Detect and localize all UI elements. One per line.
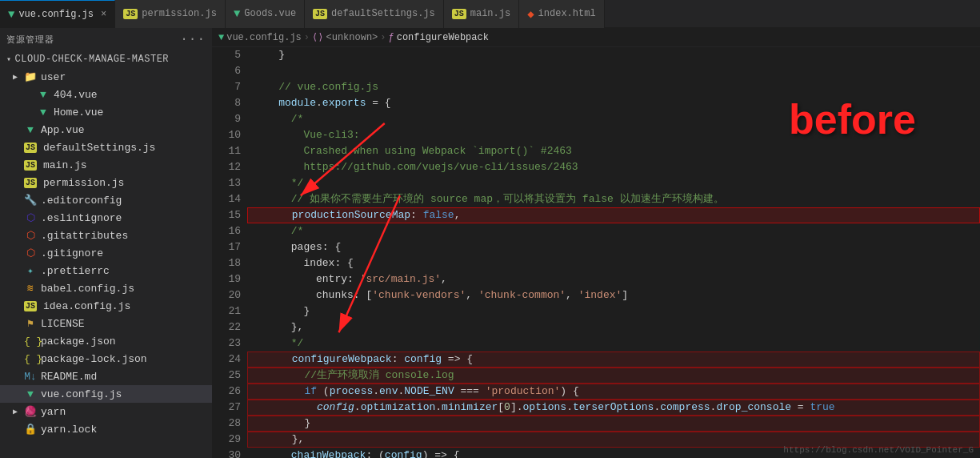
- vue-file-icon: ▼: [37, 89, 50, 101]
- tab-label: Goods.vue: [244, 8, 296, 19]
- vue-icon: ▼: [8, 8, 14, 21]
- sidebar-item-prettierrc[interactable]: ✦ .prettierrc: [0, 262, 212, 279]
- sidebar-item-main[interactable]: JS main.js: [0, 156, 212, 174]
- sidebar-item-label: 404.vue: [54, 89, 212, 101]
- sidebar-item-vueconfig[interactable]: ▼ vue.config.js: [0, 385, 212, 403]
- code-editor[interactable]: 5 6 7 8 9 10 11 12 13 14 15 16 17 18 19 …: [212, 47, 980, 458]
- sidebar-item-babel[interactable]: ≋ babel.config.js: [0, 279, 212, 297]
- tab-goods[interactable]: ▼ Goods.vue: [226, 0, 305, 28]
- tab-defaultsettings[interactable]: JS defaultSettings.js: [305, 0, 444, 28]
- babel-file-icon: ≋: [24, 282, 37, 295]
- js-icon: JS: [313, 9, 327, 19]
- folder-icon: 📁: [24, 70, 37, 83]
- sidebar-more-button[interactable]: ···: [180, 32, 206, 46]
- sidebar-item-readme[interactable]: M↓ README.md: [0, 368, 212, 385]
- sidebar-item-label: .editorconfig: [41, 195, 212, 207]
- editor-area: ▼ vue.config.js › ⟨⟩ <unknown> › ƒ confi…: [212, 28, 980, 458]
- sidebar-item-package[interactable]: { } package.json: [0, 332, 212, 350]
- breadcrumb: ▼ vue.config.js › ⟨⟩ <unknown> › ƒ confi…: [212, 28, 980, 47]
- sidebar-item-yarn-folder[interactable]: ▶ 🧶 yarn: [0, 403, 212, 420]
- code-content[interactable]: } // vue.config.js module.exports = { /*…: [247, 47, 980, 458]
- vue-file-icon: ▼: [37, 106, 50, 119]
- sidebar-item-yarnlock[interactable]: 🔒 yarn.lock: [0, 420, 212, 438]
- json-file-icon: { }: [24, 335, 37, 348]
- sidebar-item-label: App.vue: [41, 124, 212, 136]
- tab-permission[interactable]: JS permission.js: [115, 0, 226, 28]
- breadcrumb-func-icon: ƒ: [389, 32, 394, 43]
- sidebar-item-label: .prettierrc: [41, 265, 212, 277]
- root-label: CLOUD-CHECK-MANAGE-MASTER: [15, 54, 170, 65]
- license-file-icon: ⚑: [24, 317, 37, 330]
- lock-file-icon: 🔒: [24, 423, 37, 436]
- js-file-icon: JS: [24, 301, 37, 311]
- json-file-icon: { }: [24, 353, 37, 365]
- vue-file-icon: ▼: [24, 124, 37, 136]
- sidebar-item-idea[interactable]: JS idea.config.js: [0, 297, 212, 315]
- sidebar-item-gitignore[interactable]: ⬡ .gitignore: [0, 244, 212, 262]
- tab-index[interactable]: ◆ index.html: [519, 0, 604, 28]
- chevron-right-icon: ▶: [13, 72, 24, 82]
- sidebar-item-editorconfig[interactable]: 🔧 .editorconfig: [0, 191, 212, 209]
- sidebar-item-app[interactable]: ▼ App.vue: [0, 121, 212, 139]
- sidebar-root[interactable]: ▾ CLOUD-CHECK-MANAGE-MASTER: [0, 50, 212, 68]
- sidebar-item-label: .gitattributes: [41, 230, 212, 242]
- js-file-icon: JS: [24, 143, 37, 153]
- code-line-25: //生产环境取消 console.log: [247, 368, 980, 384]
- sidebar-item-packagelock[interactable]: { } package-lock.json: [0, 350, 212, 368]
- code-line-24: configureWebpack: config => {: [247, 352, 980, 368]
- code-line-20: chunks: ['chunk-vendors', 'chunk-common'…: [247, 287, 980, 303]
- sidebar-item-404[interactable]: ▼ 404.vue: [0, 86, 212, 103]
- sidebar-item-eslintignore[interactable]: ⬡ .eslintignore: [0, 209, 212, 227]
- code-line-5: }: [247, 47, 980, 63]
- sidebar-item-gitattributes[interactable]: ⬡ .gitattributes: [0, 227, 212, 244]
- breadcrumb-separator: ›: [380, 32, 386, 43]
- code-line-12: https://github.com/vuejs/vue-cli/issues/…: [247, 159, 980, 175]
- vue-file-icon: ▼: [24, 388, 37, 400]
- breadcrumb-separator: ›: [304, 32, 310, 43]
- sidebar-item-label: defaultSettings.js: [43, 142, 212, 154]
- eslint-file-icon: ⬡: [24, 211, 37, 224]
- js-file-icon: JS: [24, 160, 37, 171]
- code-line-14: // 如果你不需要生产环境的 source map，可以将其设置为 false …: [247, 191, 980, 207]
- code-line-29: },: [247, 432, 980, 448]
- tab-label: main.js: [470, 8, 510, 19]
- code-line-26: if (process.env.NODE_ENV === 'production…: [247, 384, 980, 400]
- code-line-9: /*: [247, 111, 980, 127]
- sidebar-item-label: vue.config.js: [41, 388, 212, 400]
- sidebar-item-label: LICENSE: [41, 318, 212, 330]
- sidebar-item-home[interactable]: ▼ Home.vue: [0, 103, 212, 121]
- sidebar-item-user[interactable]: ▶ 📁 user: [0, 68, 212, 86]
- sidebar-item-defaultsettings[interactable]: JS defaultSettings.js: [0, 139, 212, 156]
- git-file-icon: ⬡: [24, 247, 37, 259]
- sidebar-item-permission[interactable]: JS permission.js: [0, 174, 212, 191]
- code-line-21: }: [247, 303, 980, 319]
- code-line-15: productionSourceMap: false,: [247, 207, 980, 223]
- chevron-down-icon: ▾: [6, 54, 12, 64]
- sidebar-item-label: package-lock.json: [41, 353, 212, 365]
- code-line-11: Crashed when using Webpack `import()` #2…: [247, 143, 980, 159]
- sidebar-file-tree: ▾ CLOUD-CHECK-MANAGE-MASTER ▶ 📁 user ▼ 4…: [0, 50, 212, 458]
- code-line-6: [247, 63, 980, 79]
- sidebar-item-label: babel.config.js: [41, 283, 212, 295]
- breadcrumb-unknown-icon: ⟨⟩: [312, 31, 323, 43]
- sidebar-item-label: idea.config.js: [43, 300, 212, 312]
- chevron-right-icon: ▶: [13, 407, 24, 416]
- code-line-30: chainWebpack: (config) => {: [247, 448, 980, 458]
- vue-breadcrumb-icon: ▼: [218, 32, 224, 43]
- tab-label: index.html: [538, 8, 596, 19]
- js-icon: JS: [452, 9, 466, 19]
- code-line-17: pages: {: [247, 239, 980, 255]
- tab-main[interactable]: JS main.js: [444, 0, 519, 28]
- sidebar: 资源管理器 ··· ▾ CLOUD-CHECK-MANAGE-MASTER ▶ …: [0, 28, 212, 458]
- line-numbers: 5 6 7 8 9 10 11 12 13 14 15 16 17 18 19 …: [212, 47, 247, 458]
- tab-close-button[interactable]: ×: [101, 9, 106, 20]
- sidebar-item-label: yarn.lock: [41, 424, 212, 436]
- yarn-file-icon: 🧶: [24, 405, 37, 418]
- code-line-19: entry: 'src/main.js',: [247, 271, 980, 287]
- sidebar-item-license[interactable]: ⚑ LICENSE: [0, 315, 212, 332]
- tab-label: permission.js: [142, 8, 217, 19]
- config-file-icon: 🔧: [24, 194, 37, 207]
- code-line-22: },: [247, 319, 980, 335]
- code-lines: } // vue.config.js module.exports = { /*…: [247, 47, 980, 458]
- tab-vueconfig[interactable]: ▼ vue.config.js ×: [0, 0, 115, 28]
